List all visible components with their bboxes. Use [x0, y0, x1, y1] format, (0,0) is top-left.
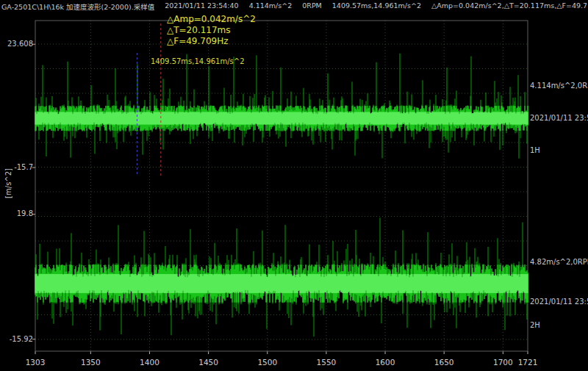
y-tick-ch2-max: 19.8 — [0, 209, 33, 217]
ch1-timestamp: 2021/01/11 23:54:40 — [530, 114, 588, 122]
delta-amp-line: △Amp=0.042m/s^2 — [167, 14, 256, 25]
waveform-core-2H — [35, 274, 528, 293]
x-tick-label: 1721 — [518, 358, 538, 367]
cursor-value-label: 1409.57ms,14.961m/s^2 — [151, 57, 245, 65]
ch2-name: 2H — [530, 321, 540, 329]
x-tick-label: 1500 — [257, 358, 277, 367]
x-tick-label: 1650 — [434, 358, 454, 367]
x-tick-label: 1303 — [26, 358, 46, 367]
delta-f-line: △F=49.709Hz — [167, 36, 256, 47]
waveform-canvas[interactable] — [0, 0, 588, 371]
delta-t-line: △T=20.117ms — [167, 25, 256, 36]
y-tick-ch2-min: -15.92 — [0, 335, 33, 343]
x-tick-label: 1350 — [81, 358, 101, 367]
y-tick-ch1-max: 23.608 — [0, 40, 33, 48]
x-tick-label: 1700 — [493, 358, 513, 367]
delta-annotation: △Amp=0.042m/s^2 △T=20.117ms △F=49.709Hz — [167, 14, 256, 47]
x-tick-label: 1400 — [140, 358, 159, 367]
y-axis-unit-label: [m/s^2] — [4, 168, 12, 198]
x-tick-label: 1600 — [376, 358, 395, 367]
ch2-timestamp: 2021/01/11 23:55:20 — [530, 298, 588, 306]
waveform-viewer: GA-2501C\1H\16k 加速度波形(2-2000).采样值 2021/0… — [0, 0, 588, 371]
ch1-overall-label: 4.114m/s^2,0RPM — [530, 82, 588, 90]
ch2-overall-label: 4.82m/s^2,0RPM — [530, 258, 588, 266]
ch1-name: 1H — [530, 146, 540, 154]
waveform-core-1H — [35, 112, 528, 125]
x-tick-label: 1450 — [198, 358, 218, 367]
x-tick-label: 1550 — [317, 358, 337, 367]
